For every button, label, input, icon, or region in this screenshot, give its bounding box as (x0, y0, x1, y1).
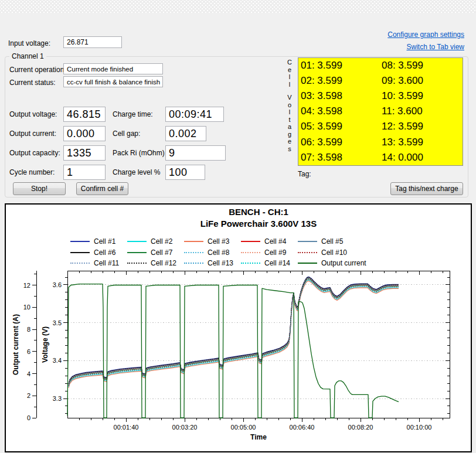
legend-swatch (184, 263, 203, 264)
legend-item-cell-14: Cell #14 (241, 258, 290, 268)
output-voltage-field[interactable]: 46.815 (63, 107, 106, 122)
legend-item-cell-3: Cell #3 (184, 237, 229, 246)
cell-voltage-3: 03: 3.598 (301, 90, 382, 102)
legend-label: Cell #3 (208, 237, 229, 246)
legend-label: Cell #6 (94, 248, 115, 257)
legend-item-cell-9: Cell #9 (241, 248, 286, 257)
current-operation-label: Current operation: (9, 66, 66, 74)
output-current-field[interactable]: 0.000 (63, 126, 106, 141)
legend-item-cell-1: Cell #1 (70, 237, 115, 246)
legend-label: Cell #7 (151, 248, 172, 257)
switch-to-tab-view-link[interactable]: Switch to Tab view (387, 41, 464, 53)
tag-label: Tag: (298, 170, 311, 178)
confirm-cell-button[interactable]: Confirm cell # (76, 182, 128, 195)
cell-voltage-2: 02: 3.599 (301, 75, 382, 87)
legend-swatch (298, 252, 317, 253)
cell-voltage-13: 13: 3.599 (382, 137, 463, 148)
charge-time-label: Charge time: (113, 110, 153, 118)
legend-label: Cell #9 (264, 248, 286, 257)
pack-ri-label: Pack Ri (mOhm) (113, 149, 165, 157)
cell-voltage-4: 04: 3.598 (301, 105, 382, 117)
legend-label: Cell #4 (264, 237, 286, 246)
current-status-field[interactable]: cc-cv full finish & balance finish (63, 76, 163, 87)
legend-swatch (70, 263, 90, 264)
window-top-strip (0, 0, 476, 13)
legend-swatch (127, 241, 147, 242)
legend-item-cell-11: Cell #11 (70, 258, 119, 268)
legend-item-cell-10: Cell #10 (298, 248, 347, 257)
current-status-label: Current status: (9, 79, 56, 87)
cell-voltage-6: 06: 3.599 (301, 137, 382, 148)
legend-label: Cell #10 (321, 248, 347, 257)
channel-groupbox-label: Channel 1 (9, 52, 46, 60)
legend-item-cell-7: Cell #7 (127, 248, 172, 257)
legend-item-cell-2: Cell #2 (127, 237, 172, 246)
charge-level-label: Charge level % (113, 168, 160, 176)
cell-voltages-panel: 01: 3.59908: 3.59902: 3.59909: 3.60003: … (298, 57, 463, 166)
cell-voltages-side-label: CellVoltages (285, 59, 294, 158)
legend-swatch (298, 241, 317, 242)
cell-voltage-1: 01: 3.599 (301, 60, 382, 71)
legend-label: Cell #13 (208, 259, 233, 267)
stop-button[interactable]: Stop! (13, 182, 66, 195)
charge-level-field[interactable]: 100 (165, 165, 205, 180)
legend-label: Cell #12 (151, 259, 176, 267)
legend-label: Cell #2 (151, 237, 172, 246)
cell-voltage-5: 05: 3.599 (301, 121, 382, 132)
legend-item-output-current: Output current (298, 258, 366, 268)
configure-graph-settings-link[interactable]: Configure graph settings (387, 29, 464, 41)
legend-item-cell-4: Cell #4 (241, 237, 286, 246)
current-operation-field[interactable]: Current mode finished (63, 63, 163, 74)
legend-item-cell-12: Cell #12 (127, 258, 176, 268)
cycle-number-label: Cycle number: (9, 168, 55, 176)
output-capacity-field[interactable]: 1335 (63, 145, 106, 161)
legend-swatch (70, 252, 90, 253)
legend-label: Cell #11 (94, 259, 119, 267)
app-window: Input voltage: 26.871 Configure graph se… (0, 0, 476, 453)
legend-swatch (184, 252, 203, 253)
input-voltage-label: Input voltage: (8, 39, 50, 47)
cell-voltage-14: 14: 0.000 (382, 152, 463, 164)
cell-voltage-8: 08: 3.599 (382, 60, 463, 71)
legend-swatch (127, 252, 147, 253)
header-links: Configure graph settings Switch to Tab v… (387, 29, 464, 53)
legend-swatch (127, 263, 147, 264)
cell-voltage-10: 10: 3.599 (382, 90, 463, 102)
cell-voltage-11: 11: 3.600 (382, 105, 463, 117)
chart-title: BENCH - CH:1 (67, 207, 450, 217)
legend-swatch (298, 263, 317, 264)
legend-swatch (241, 241, 260, 242)
charge-time-field[interactable]: 00:09:41 (165, 107, 224, 122)
legend-item-cell-8: Cell #8 (184, 248, 229, 257)
legend-swatch (70, 241, 90, 242)
input-voltage-field[interactable]: 26.871 (63, 36, 122, 48)
pack-ri-field[interactable]: 9 (165, 145, 226, 161)
legend-label: Output current (321, 259, 366, 267)
output-current-label: Output current: (9, 130, 56, 138)
legend-item-cell-6: Cell #6 (70, 248, 115, 257)
cell-voltage-9: 09: 3.600 (382, 75, 463, 87)
tag-charge-button[interactable]: Tag this/next charge (390, 182, 463, 195)
output-capacity-label: Output capacity: (9, 149, 60, 157)
legend-item-cell-5: Cell #5 (298, 237, 343, 246)
legend-swatch (241, 263, 260, 264)
legend-label: Cell #1 (94, 237, 115, 246)
cell-gap-field[interactable]: 0.002 (165, 126, 206, 141)
legend-label: Cell #8 (208, 248, 229, 257)
legend-swatch (241, 252, 260, 253)
cell-voltage-12: 12: 3.599 (382, 121, 463, 132)
output-voltage-label: Output voltage: (9, 110, 57, 118)
legend-label: Cell #14 (264, 259, 290, 267)
legend-label: Cell #5 (321, 237, 343, 246)
chart-subtitle: LiFe Powerchair 3.600V 13S (67, 219, 450, 229)
cycle-number-field[interactable]: 1 (63, 165, 106, 180)
cell-voltage-7: 07: 3.598 (301, 152, 382, 164)
legend-swatch (184, 241, 203, 242)
legend-item-cell-13: Cell #13 (184, 258, 233, 268)
cell-gap-label: Cell gap: (113, 130, 140, 138)
